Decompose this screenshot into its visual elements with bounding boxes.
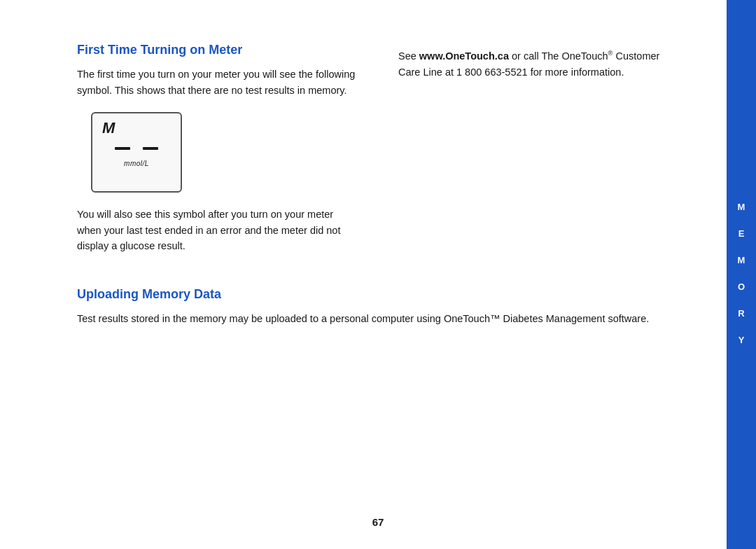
right-text-part1: See xyxy=(398,50,419,62)
side-tab: M E M O R Y xyxy=(727,0,756,549)
meter-unit: mmol/L xyxy=(124,160,149,167)
dash-1 xyxy=(115,147,130,150)
dash-2 xyxy=(143,147,158,150)
page-number: 67 xyxy=(372,516,384,528)
right-column: See www.OneTouch.ca or call The OneTouch… xyxy=(398,42,678,265)
right-column-text: See www.OneTouch.ca or call The OneTouch… xyxy=(398,48,678,81)
followup-paragraph: You will also see this symbol after you … xyxy=(77,207,356,253)
uploading-paragraph: Test results stored in the memory may be… xyxy=(77,311,678,326)
heading-first-time: First Time Turning on Meter xyxy=(77,42,356,58)
left-column: First Time Turning on Meter The first ti… xyxy=(77,42,356,265)
meter-m-symbol: M xyxy=(102,119,115,137)
right-text-part2: or call The OneTouch xyxy=(509,50,608,62)
page-container: M E M O R Y First Time Turning on Meter … xyxy=(0,0,756,549)
uploading-section: Uploading Memory Data Test results store… xyxy=(77,286,678,327)
content-area: First Time Turning on Meter The first ti… xyxy=(0,0,727,549)
heading-uploading: Uploading Memory Data xyxy=(77,286,678,303)
intro-paragraph: The first time you turn on your meter yo… xyxy=(77,67,356,98)
two-column-section: First Time Turning on Meter The first ti… xyxy=(77,42,678,265)
meter-dashes xyxy=(115,147,158,150)
website-bold: www.OneTouch.ca xyxy=(419,50,509,62)
meter-display-box: M mmol/L xyxy=(91,112,182,193)
side-tab-label: M E M O R Y xyxy=(736,202,747,348)
